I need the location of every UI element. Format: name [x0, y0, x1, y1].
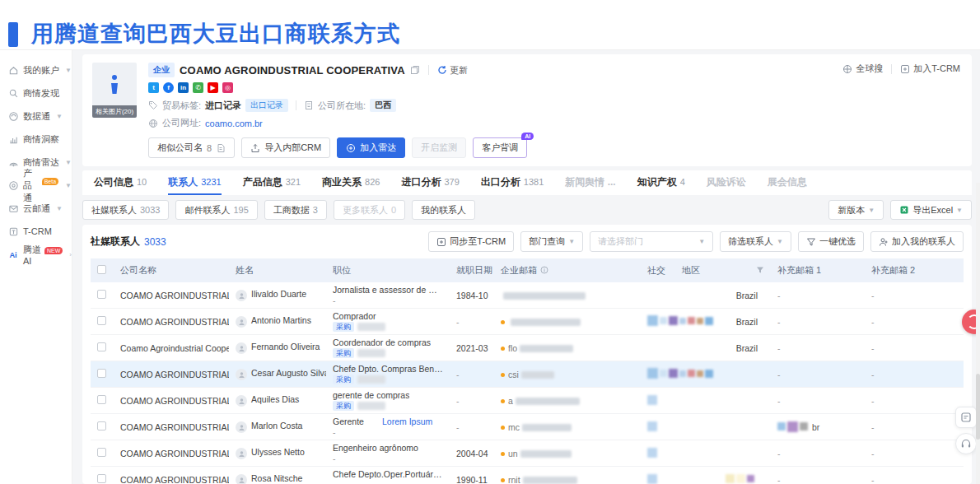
subfilter-工商数据[interactable]: 工商数据3 [264, 200, 327, 220]
add-tcrm-label: 加入T-CRM [913, 63, 960, 75]
tab-商业关系[interactable]: 商业关系826 [322, 170, 380, 195]
feedback-form-button[interactable] [955, 407, 977, 428]
twitter-icon[interactable]: t [148, 82, 159, 93]
tab-新闻舆情 ...[interactable]: 新闻舆情 ... [565, 170, 615, 195]
avatar-icon [236, 290, 247, 301]
company-website-link[interactable]: coamo.com.br [205, 119, 263, 128]
start-monitor-button[interactable]: 开启监测 [412, 137, 466, 158]
tab-知识产权[interactable]: 知识产权4 [637, 170, 685, 195]
refresh-button[interactable]: 更新 [437, 64, 468, 77]
cell-checkbox [91, 467, 114, 484]
row-checkbox[interactable] [97, 421, 106, 430]
row-checkbox[interactable] [97, 448, 106, 457]
censored-email [522, 424, 572, 431]
column-label: 补充邮箱 2 [871, 264, 915, 277]
sidebar-item-商情洞察[interactable]: 商情洞察 [0, 128, 72, 151]
refresh-icon [437, 65, 447, 75]
global-search-button[interactable]: 全球搜 [842, 63, 883, 75]
row-checkbox[interactable] [97, 342, 106, 351]
youtube-icon[interactable]: ▶ [208, 82, 218, 93]
subfilter-邮件联系人[interactable]: 邮件联系人195 [175, 200, 257, 220]
copy-icon[interactable] [410, 65, 420, 75]
subfilter-更多联系人[interactable]: 更多联系人0 [334, 200, 405, 220]
company-photo[interactable]: 相关图片(20) [92, 63, 137, 129]
subfilter-我的联系人[interactable]: 我的联系人 [412, 200, 475, 220]
subfilter-count: 3 [313, 205, 318, 215]
contact-name: Cesar Augusto Silva [251, 368, 326, 378]
row-checkbox[interactable] [97, 395, 106, 404]
censor-chip [736, 474, 745, 483]
quick-select-button[interactable]: 一键优选 [798, 231, 864, 252]
tab-联系人[interactable]: 联系人3231 [168, 170, 221, 195]
similar-company-button[interactable]: 相似公司名 8 [148, 137, 235, 158]
cell-position: Jornalista e assessor de Comunicação- [326, 282, 450, 309]
add-radar-button[interactable]: 加入雷达 [337, 137, 405, 158]
tab-label: 联系人 [168, 175, 198, 189]
insight-chart-icon [8, 134, 19, 145]
censored-content [726, 474, 754, 483]
avatar-icon [236, 474, 247, 484]
trade-label: 贸易标签: [162, 100, 201, 112]
tab-出口分析[interactable]: 出口分析1381 [481, 170, 544, 195]
scrollbar-track[interactable] [976, 183, 980, 484]
dept-query-label: 部门查询 [529, 235, 565, 248]
subfilter-社媒联系人[interactable]: 社媒联系人3033 [82, 200, 169, 220]
tab-公司信息[interactable]: 公司信息10 [94, 170, 147, 195]
position-text: Coordenador de compras [333, 337, 431, 348]
import-record-tag[interactable]: 进口记录 [205, 100, 241, 112]
export-excel-button[interactable]: 导出Excel▼ [890, 200, 972, 220]
note-link[interactable]: Lorem Ipsum [382, 417, 432, 427]
region-text: Brazil [736, 317, 758, 327]
version-select-button[interactable]: 新版本▼ [828, 200, 884, 220]
import-icon [250, 143, 260, 153]
row-checkbox[interactable] [97, 290, 106, 299]
scrollbar-thumb[interactable] [976, 374, 980, 440]
instagram-icon[interactable]: ◎ [222, 82, 233, 93]
page-header: 用腾道查询巴西大豆出口商联系方式 [0, 0, 980, 49]
tab-展会信息[interactable]: 展会信息 [768, 170, 807, 195]
background-check-button[interactable]: 客户背调 AI [473, 137, 527, 158]
censored-content [647, 368, 713, 379]
row-checkbox[interactable] [97, 369, 106, 378]
info-icon [540, 266, 548, 276]
cell-name: Cesar Augusto Silva [229, 361, 326, 388]
cell-extra-email-2: - [865, 282, 964, 309]
sync-tcrm-button[interactable]: 同步至T-CRM [428, 231, 514, 252]
sidebar-item-label: 腾道AI [23, 244, 41, 266]
row-checkbox[interactable] [97, 316, 106, 325]
tab-风险诉讼[interactable]: 风险诉讼 [707, 170, 746, 195]
sidebar-item-T-CRM[interactable]: T-CRM [0, 220, 72, 243]
import-crm-button[interactable]: 导入内部CRM [241, 137, 330, 158]
add-tcrm-button[interactable]: 加入T-CRM [900, 63, 960, 75]
sidebar-item-腾道AI[interactable]: Ai腾道AINEW› [0, 243, 72, 266]
tab-进口分析[interactable]: 进口分析379 [401, 170, 459, 195]
select-all-checkbox[interactable] [97, 265, 106, 274]
cell-company: COAMO AGROINDUSTRIAL COOPERAT... [114, 282, 229, 309]
sidebar-item-商情发现[interactable]: 商情发现 [0, 81, 72, 105]
tab-count: 321 [286, 177, 301, 187]
phone-icon[interactable]: ✆ [193, 82, 203, 93]
dept-query-button[interactable]: 部门查询▼ [520, 231, 583, 252]
filter-icon[interactable] [756, 266, 764, 276]
add-to-my-contacts-button[interactable]: 加入我的联系人 [870, 231, 964, 252]
censor-chip [777, 422, 786, 430]
headset-button[interactable] [955, 433, 977, 454]
censored-tag [357, 375, 385, 384]
facebook-icon[interactable]: f [163, 82, 174, 93]
row-checkbox[interactable] [97, 474, 106, 483]
linkedin-icon[interactable]: in [178, 82, 189, 93]
excel-icon [899, 205, 909, 215]
sidebar-item-我的账户[interactable]: 我的账户▼ [0, 58, 72, 81]
filter-contacts-button[interactable]: 筛选联系人▼ [720, 231, 791, 252]
tab-产品信息[interactable]: 产品信息321 [243, 170, 301, 195]
export-record-tag[interactable]: 出口记录 [245, 99, 288, 112]
hire-date: 2021-03 [456, 343, 488, 353]
sidebar-item-数据通[interactable]: 数据通▼ [0, 105, 72, 128]
cell-social [641, 388, 675, 414]
home-icon [8, 65, 19, 76]
sidebar-item-产品通[interactable]: 产品通Beta▼ [0, 174, 72, 197]
sidebar-item-云邮通[interactable]: 云邮通▼ [0, 197, 72, 220]
dept-select[interactable]: 请选择部门▼ [590, 231, 713, 252]
position-text: Comprador [333, 311, 376, 322]
contact-name: Fernando Oliveira [251, 342, 320, 351]
